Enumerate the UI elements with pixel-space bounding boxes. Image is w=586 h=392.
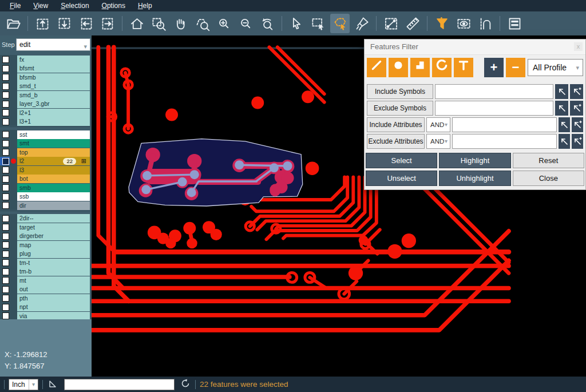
menu-options[interactable]: Options <box>96 1 132 11</box>
pan-right-button[interactable] <box>98 14 117 33</box>
open-file-button[interactable] <box>3 14 23 33</box>
layer-checkbox-bfsmb[interactable] <box>2 74 9 81</box>
filter-value-input[interactable] <box>435 101 553 116</box>
layer-row-smt[interactable]: smt <box>0 139 90 148</box>
filter-value-input[interactable] <box>452 117 557 132</box>
layer-row-tm-b[interactable]: tm-b <box>0 267 90 276</box>
layer-row-dirgerber[interactable]: dirgerber <box>0 232 90 241</box>
filter-type-pad-button[interactable] <box>389 58 408 77</box>
layer-checkbox-smd_b[interactable] <box>2 92 9 98</box>
layer-name[interactable]: l3+1 <box>17 117 90 126</box>
units-select[interactable]: Inch ▾ <box>9 379 38 390</box>
pick-from-canvas-button[interactable] <box>559 134 570 149</box>
layer-row-bfsmt[interactable]: bfsmt <box>0 64 90 73</box>
layer-checkbox-fx[interactable] <box>2 56 9 63</box>
zoom-previous-button[interactable] <box>258 14 277 33</box>
layer-name[interactable]: top <box>17 148 90 157</box>
pick-from-canvas-button[interactable] <box>559 117 570 132</box>
net-highlight-button[interactable] <box>476 14 495 33</box>
filter-row-label-button[interactable]: Exclude Attributes <box>367 134 425 149</box>
layer-row-out[interactable]: out <box>0 285 90 294</box>
layer-name[interactable]: dir <box>17 201 90 210</box>
layer-row-sst[interactable]: sst <box>0 130 90 139</box>
layer-checkbox-pth[interactable] <box>2 295 9 302</box>
layer-name[interactable]: l222⊞ <box>17 157 90 165</box>
layer-checkbox-l3[interactable] <box>2 167 9 173</box>
layer-row-2dir--[interactable]: 2dir-- <box>0 214 90 223</box>
zoom-out-button[interactable] <box>236 14 255 33</box>
layer-row-target[interactable]: target <box>0 223 90 232</box>
pan-hand-button[interactable] <box>171 14 190 33</box>
menu-view[interactable]: View <box>27 1 54 11</box>
layer-row-ssb[interactable]: ssb <box>0 192 90 201</box>
filter-type-line-button[interactable] <box>367 58 386 77</box>
layer-checkbox-ssb[interactable] <box>2 193 9 200</box>
layer-row-l2[interactable]: l222⊞ <box>0 157 90 166</box>
close-button[interactable]: Close <box>513 171 584 186</box>
filter-value-input[interactable] <box>452 134 557 149</box>
layer-row-npt[interactable]: npt <box>0 303 90 312</box>
layer-name[interactable]: ssb <box>17 192 90 201</box>
layer-checkbox-out[interactable] <box>2 286 9 293</box>
layer-name[interactable]: l3 <box>17 166 90 175</box>
layer-name[interactable]: mt <box>17 276 90 285</box>
layer-name[interactable]: smt <box>17 139 90 148</box>
features-filter-button[interactable] <box>432 14 452 33</box>
zoom-home-button[interactable] <box>127 14 146 33</box>
unhighlight-button[interactable]: Unhighlight <box>439 171 510 186</box>
layer-checkbox-mt[interactable] <box>2 277 9 284</box>
layer-name[interactable]: l2+1 <box>17 109 90 117</box>
close-icon[interactable]: x <box>574 42 583 51</box>
operator-select[interactable]: AND▾ <box>426 117 450 132</box>
filter-row-label-button[interactable]: Include Symbols <box>367 84 433 99</box>
filter-type-arc-button[interactable] <box>432 58 452 77</box>
pick-add-from-canvas-button[interactable] <box>570 101 583 116</box>
layer-name[interactable]: npt <box>17 303 90 311</box>
pick-add-from-canvas-button[interactable] <box>572 134 583 149</box>
layer-row-l3+1[interactable]: l3+1 <box>0 117 90 126</box>
snap-angle-icon[interactable] <box>47 378 58 391</box>
filter-add-button[interactable]: + <box>484 58 504 77</box>
select-button[interactable]: Select <box>366 153 437 168</box>
highlight-button[interactable]: Highlight <box>439 153 510 168</box>
select-polygon-button[interactable] <box>330 14 350 33</box>
layer-row-map[interactable]: map <box>0 240 90 250</box>
command-input[interactable] <box>64 379 175 390</box>
refresh-icon[interactable] <box>180 378 191 391</box>
pick-from-canvas-button[interactable] <box>555 84 568 99</box>
layer-checkbox-npt[interactable] <box>2 304 9 311</box>
select-rectangle-button[interactable] <box>308 14 328 33</box>
layer-row-layer_3.gbr[interactable]: layer_3.gbr <box>0 100 90 109</box>
layer-name[interactable]: bfsmb <box>17 73 90 82</box>
filter-row-label-button[interactable]: Include Attributes <box>367 117 425 132</box>
filter-type-surface-button[interactable] <box>410 58 430 77</box>
pan-down-button[interactable] <box>54 14 74 33</box>
layer-name[interactable]: tm-t <box>17 259 90 267</box>
layer-name[interactable]: sst <box>17 130 90 139</box>
layer-row-fx[interactable]: fx <box>0 55 90 64</box>
layer-checkbox-l2+1[interactable] <box>2 109 9 116</box>
layer-checkbox-l2[interactable] <box>2 158 9 165</box>
layer-name[interactable]: plug <box>17 250 90 258</box>
zoom-window-button[interactable] <box>149 14 168 33</box>
layer-checkbox-layer_3.gbr[interactable] <box>2 101 9 108</box>
layer-row-l3[interactable]: l3 <box>0 165 90 175</box>
pick-add-from-canvas-button[interactable] <box>572 117 583 132</box>
layer-name[interactable]: 2dir-- <box>17 214 90 223</box>
layer-checkbox-bfsmt[interactable] <box>2 65 9 72</box>
layer-name[interactable]: target <box>17 223 90 232</box>
reset-button[interactable]: Reset <box>513 153 584 168</box>
layer-name[interactable]: map <box>17 241 90 250</box>
layer-row-plug[interactable]: plug <box>0 250 90 259</box>
menu-file[interactable]: File <box>3 1 27 11</box>
display-options-button[interactable] <box>454 14 473 33</box>
unselect-button[interactable]: Unselect <box>366 171 437 186</box>
measure-ruler-button[interactable] <box>403 14 422 33</box>
profile-select[interactable]: All Profile ▾ <box>528 59 583 76</box>
layers-table-button[interactable] <box>505 14 524 33</box>
layer-row-smd_b[interactable]: smd_b <box>0 90 90 100</box>
layer-row-dir[interactable]: dir <box>0 201 90 210</box>
layer-grid-icon[interactable]: ⊞ <box>81 157 86 165</box>
pick-from-canvas-button[interactable] <box>555 101 568 116</box>
layer-checkbox-smt[interactable] <box>2 140 9 147</box>
